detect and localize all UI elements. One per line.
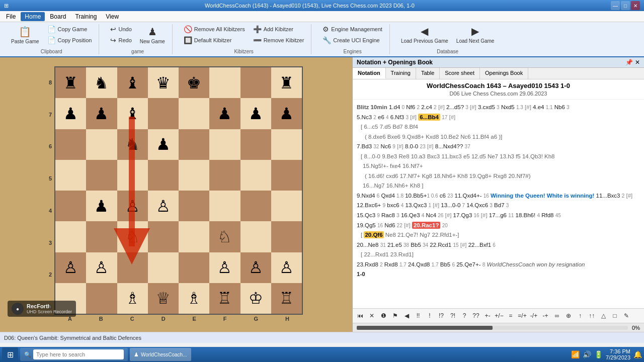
cell-e8[interactable]: ♚ <box>179 67 209 98</box>
cell-a8[interactable]: ♜ <box>55 67 86 98</box>
move-4e4[interactable]: 4.e4 <box>533 104 544 110</box>
cell-c4[interactable]: ♙ <box>117 191 148 221</box>
redo-button[interactable]: ↪ Redo <box>107 35 134 45</box>
cell-c8[interactable]: ♝ <box>117 67 148 98</box>
cell-g2[interactable]: ♙ <box>240 252 271 283</box>
remove-all-kibitzers-button[interactable]: 🚫 Remove All Kibitzers <box>181 24 248 34</box>
cell-g7[interactable]: ♟ <box>240 98 271 129</box>
cell-e7[interactable] <box>179 98 209 129</box>
toolbar-infinity[interactable]: ∞ <box>551 310 562 321</box>
toolbar-circle-plus[interactable]: ⊕ <box>563 310 574 321</box>
taskbar-chess-app[interactable]: ♟ WorldChessCoach... <box>130 348 191 361</box>
toolbar-equal-plus[interactable]: =/+ <box>517 310 528 321</box>
cell-h8[interactable]: ♜ <box>271 67 302 98</box>
move-5nc3[interactable]: 5.Nc3 <box>357 114 372 120</box>
move-800[interactable]: 8.0-0 <box>405 143 418 149</box>
move-20qf6[interactable]: 20.Qf6 <box>364 231 383 238</box>
taskbar-icon-volume[interactable]: 🔊 <box>583 350 591 358</box>
toolbar-slight-plus[interactable]: +/− <box>494 310 505 321</box>
toolbar-flag[interactable]: ⚑ <box>389 310 400 321</box>
menu-board[interactable]: Board <box>46 12 70 21</box>
move-nc6[interactable]: Nc6 <box>381 143 391 149</box>
move-nf6[interactable]: Nf6 <box>406 104 415 110</box>
cell-d6[interactable]: ♟ <box>148 129 179 160</box>
copy-game-button[interactable]: 📄 Copy Game <box>44 24 95 34</box>
move-9nxd4[interactable]: 9.Nxd4 <box>357 193 375 199</box>
toolbar-minus-plus[interactable]: -/+ <box>528 310 539 321</box>
toolbar-plus-minus[interactable]: +- <box>482 310 493 321</box>
move-22rcd1[interactable]: 22.Rcd1 <box>430 242 451 248</box>
cell-a4[interactable] <box>55 191 86 221</box>
menu-view[interactable]: View <box>102 12 123 21</box>
cell-g5[interactable] <box>240 160 271 191</box>
cell-h7[interactable]: ♟ <box>271 98 302 129</box>
move-rxd8[interactable]: Rxd8 <box>384 261 398 267</box>
cell-a6[interactable] <box>55 129 86 160</box>
undo-button[interactable]: ↩ Undo <box>107 24 134 34</box>
toolbar-up[interactable]: ↑ <box>575 310 586 321</box>
cell-d4[interactable]: ♙ <box>148 191 179 221</box>
cell-c2[interactable] <box>117 252 148 283</box>
move-nb6[interactable]: Nb6 <box>554 104 565 110</box>
move-10bb5[interactable]: 10.Bb5+ <box>405 193 427 199</box>
toolbar-exclaim-question[interactable]: !? <box>436 310 447 321</box>
cell-f5[interactable] <box>209 160 240 191</box>
cell-b5[interactable] <box>86 160 117 191</box>
toolbar-double-up[interactable]: ↑↑ <box>586 310 597 321</box>
cell-a2[interactable]: ♙ <box>55 252 86 283</box>
menu-home[interactable]: Home <box>21 12 45 21</box>
cell-b8[interactable]: ♞ <box>86 67 117 98</box>
search-input[interactable] <box>33 349 124 359</box>
cell-b3[interactable] <box>86 221 117 252</box>
move-18bh6[interactable]: 18.Bh6! <box>516 212 536 218</box>
cell-c3[interactable]: ♘ <box>117 221 148 252</box>
move-2c4[interactable]: 2.c4 <box>421 104 432 110</box>
board-container[interactable]: 8 7 6 5 4 3 2 1 ♜ ♞ ♝ ♛ ♚ ♜ ♟ <box>45 66 307 323</box>
toolbar-first[interactable]: ⏮ <box>355 310 366 321</box>
cell-e4[interactable] <box>179 191 209 221</box>
default-kibitzer-button[interactable]: 🔲 Default Kibitzer <box>181 35 248 45</box>
cell-b4[interactable]: ♟ <box>86 191 117 221</box>
tab-score-sheet[interactable]: Score sheet <box>440 68 480 79</box>
move-1d4[interactable]: 1.d4 <box>389 104 400 110</box>
toolbar-delete[interactable]: ✕ <box>366 310 377 321</box>
cell-h1[interactable]: ♖ <box>271 283 302 314</box>
move-24bb5[interactable]: Bb5 <box>440 261 450 267</box>
new-game-button[interactable]: ♟ New Game <box>137 25 168 45</box>
move-6nf3[interactable]: 6.Nf3 <box>390 114 405 120</box>
move-13qxc3[interactable]: 13.Qxc3 <box>406 202 427 208</box>
move-8nxd4[interactable]: 8...Nxd4?? <box>435 143 463 149</box>
move-11bxc3[interactable]: 11...Bxc3 <box>596 193 620 199</box>
cell-b7[interactable]: ♟ <box>86 98 117 129</box>
move-rac8[interactable]: Rac8 <box>381 212 395 218</box>
move-23rxd8[interactable]: 23.Rxd8 <box>357 261 378 267</box>
move-20ne8[interactable]: 20...Ne8 <box>357 242 378 248</box>
cell-e3[interactable] <box>179 221 209 252</box>
minimize-button[interactable]: — <box>611 1 620 10</box>
cell-g1[interactable]: ♔ <box>240 283 271 314</box>
taskbar-icon-network[interactable]: 📶 <box>571 350 580 358</box>
menu-file[interactable]: File <box>2 12 20 21</box>
move-2d5[interactable]: 2...d5? <box>446 104 464 110</box>
remove-kibitzer-button[interactable]: ➖ Remove Kibitzer <box>250 35 307 45</box>
cell-d5[interactable] <box>148 160 179 191</box>
cell-e2[interactable] <box>179 252 209 283</box>
cell-f2[interactable]: ♙ <box>209 252 240 283</box>
cell-h5[interactable] <box>271 160 302 191</box>
cell-c7[interactable]: ♝ <box>117 98 148 129</box>
move-qxd4[interactable]: Qxd4 <box>381 193 395 199</box>
toolbar-minus-minus[interactable]: -+ <box>540 310 551 321</box>
move-c6[interactable]: c6 <box>440 193 446 199</box>
cell-a7[interactable]: ♟ <box>55 98 86 129</box>
toolbar-number[interactable]: ❶ <box>378 310 389 321</box>
move-7bd3[interactable]: 7.Bd3 <box>357 143 372 149</box>
move-1300[interactable]: 13...0-0 <box>441 202 460 208</box>
chess-board[interactable]: ♜ ♞ ♝ ♛ ♚ ♜ ♟ ♟ ♝ ♟ ♟ ♟ ♞ <box>54 66 303 315</box>
cell-c6[interactable]: ♞ <box>117 129 148 160</box>
move-bxc6[interactable]: bxc6 <box>387 202 399 208</box>
cell-g6[interactable] <box>240 129 271 160</box>
cell-f6[interactable] <box>209 129 240 160</box>
notation-panel-close[interactable]: ✕ <box>635 59 640 66</box>
notation-panel-pin[interactable]: 📌 <box>625 59 633 66</box>
cell-h2[interactable]: ♙ <box>271 252 302 283</box>
